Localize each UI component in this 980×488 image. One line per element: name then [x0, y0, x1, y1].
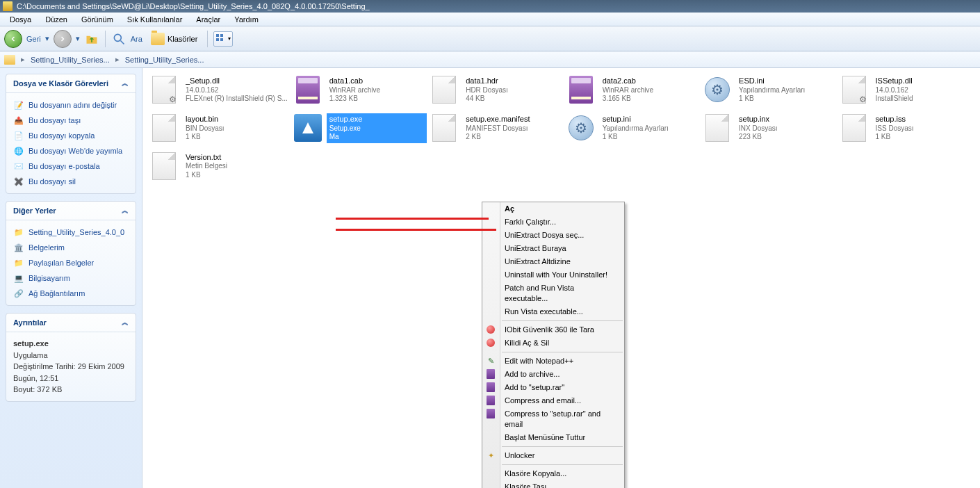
up-button[interactable]: [84, 31, 99, 47]
place-computer[interactable]: 💻Bilgisayarım: [13, 270, 129, 286]
file-item[interactable]: ESD.iniYapılandırma Ayarları1 KB: [701, 74, 838, 106]
panel-title: Ayrıntılar: [13, 318, 47, 327]
chevron-down-icon: ▾: [228, 35, 231, 42]
place-network[interactable]: 🔗Ağ Bağlantılarım: [13, 286, 129, 301]
file-item[interactable]: setup.exeSetup.exeMa: [292, 112, 428, 145]
panel-header[interactable]: Dosya ve Klasör Görevleri ︽: [6, 74, 136, 93]
file-item[interactable]: setup.inxINX Dosyası223 KB: [701, 112, 838, 145]
context-menu-item[interactable]: Run Vista executable...: [482, 305, 624, 318]
menu-item[interactable]: Düzen: [38, 14, 74, 25]
forward-button[interactable]: [54, 30, 72, 48]
menu-item[interactable]: Dosya: [3, 14, 38, 25]
place-folder[interactable]: 📁Setting_Utility_Series_4.0_0: [13, 225, 129, 240]
toolbar: Geri ▾ ▾ Ara Klasörler ▾: [0, 26, 980, 51]
menu-item[interactable]: Sık Kullanılanlar: [120, 14, 190, 25]
file-item[interactable]: setup.exe.manifestMANIFEST Dosyası2 KB: [428, 112, 564, 145]
file-icon: [149, 113, 179, 143]
breadcrumb[interactable]: Setting_Utility_Series...: [125, 56, 204, 64]
context-menu-item[interactable]: UniExtract Altdizine: [482, 255, 624, 268]
panel-header[interactable]: Ayrıntılar ︽: [6, 314, 136, 332]
documents-icon: 🏛️: [13, 242, 24, 253]
breadcrumb[interactable]: Setting_Utility_Series...: [31, 56, 110, 64]
context-menu-item[interactable]: UniExtract Dosya seç...: [482, 229, 624, 242]
forward-dropdown[interactable]: ▾: [76, 34, 80, 43]
file-list[interactable]: _Setup.dll14.0.0.162FLEXnet (R) InstallS…: [142, 68, 980, 488]
menu-item[interactable]: Yardım: [227, 14, 266, 25]
place-documents[interactable]: 🏛️Belgelerim: [13, 240, 129, 255]
file-item[interactable]: layout.binBIN Dosyası1 KB: [148, 112, 292, 145]
archive-icon: [566, 75, 596, 104]
file-icon: [840, 75, 869, 104]
file-item[interactable]: setup.issISS Dosyası1 KB: [838, 112, 974, 145]
chevron-up-icon: ︽: [122, 318, 129, 327]
svg-rect-2: [216, 34, 219, 37]
task-copy[interactable]: 📄Bu dosyayı kopyala: [13, 128, 129, 143]
annotation-line: [336, 218, 489, 220]
context-menu-item[interactable]: Compress to "setup.rar" and email: [482, 407, 624, 431]
context-menu-item[interactable]: Patch and Run Vista executable...: [482, 282, 624, 305]
panel-header[interactable]: Diğer Yerler ︽: [6, 202, 136, 220]
context-menu-item[interactable]: Add to "setup.rar": [482, 381, 624, 394]
file-item[interactable]: setup.iniYapılandırma Ayarları1 KB: [565, 112, 701, 145]
views-button[interactable]: ▾: [213, 31, 233, 47]
file-name: setup.exe.manifest: [466, 115, 560, 124]
archive-icon: [293, 75, 322, 104]
file-type: ISS Dosyası: [876, 124, 970, 133]
context-menu-item[interactable]: Klasöre Taşı...: [482, 480, 624, 488]
menu-item-label: Add to archive...: [505, 370, 560, 378]
search-button[interactable]: [111, 31, 126, 47]
place-shared[interactable]: 📁Paylaşılan Belgeler: [13, 255, 129, 270]
file-name: data1.cab: [329, 76, 424, 86]
file-item[interactable]: ISSetup.dll14.0.0.162InstallShield: [838, 74, 974, 106]
file-item[interactable]: data2.cabWinRAR archive3.165 KB: [565, 74, 701, 106]
context-menu-item[interactable]: ✦Unlocker: [482, 449, 624, 462]
back-dropdown[interactable]: ▾: [45, 34, 49, 43]
file-type: BIN Dosyası: [186, 124, 288, 133]
search-icon: [112, 32, 126, 46]
folders-button[interactable]: Klasörler: [147, 31, 202, 47]
views-icon: [215, 33, 227, 44]
file-tasks-panel: Dosya ve Klasör Görevleri ︽ 📝Bu dosyanın…: [6, 74, 136, 194]
menu-item[interactable]: Araçlar: [189, 14, 227, 25]
panel-body: 📁Setting_Utility_Series_4.0_0 🏛️Belgeler…: [6, 220, 136, 305]
file-item[interactable]: data1.cabWinRAR archive1.323 KB: [292, 74, 428, 106]
web-icon: 🌐: [13, 145, 24, 156]
file-item[interactable]: _Setup.dll14.0.0.162FLEXnet (R) InstallS…: [148, 74, 292, 106]
context-menu-item[interactable]: Farklı Çalıştır...: [482, 215, 624, 229]
task-delete[interactable]: ✖️Bu dosyayı sil: [13, 174, 129, 189]
details-type: Uygulama: [13, 350, 129, 361]
computer-icon: 💻: [13, 273, 24, 284]
task-publish[interactable]: 🌐Bu dosyayı Web'de yayımla: [13, 143, 129, 158]
archive-icon: [485, 395, 496, 406]
file-icon: [430, 75, 459, 104]
file-item[interactable]: Version.txtMetin Belgesi1 KB: [148, 150, 292, 183]
file-name: layout.bin: [186, 115, 288, 124]
back-button[interactable]: [4, 30, 22, 48]
menu-separator: [502, 464, 623, 465]
context-menu-item[interactable]: Klasöre Kopyala...: [482, 467, 624, 480]
menu-item-label: Klasöre Taşı...: [505, 482, 553, 488]
context-menu-item[interactable]: Add to archive...: [482, 368, 624, 381]
file-name: ISSetup.dll: [876, 76, 970, 86]
task-move[interactable]: 📤Bu dosyayı taşı: [13, 113, 129, 128]
context-menu-item[interactable]: IObit Güvenlik 360 ile Tara: [482, 323, 624, 336]
context-menu-item[interactable]: UniExtract Buraya: [482, 242, 624, 255]
archive-icon: [485, 368, 496, 380]
context-menu-item[interactable]: Kilidi Aç & Sil: [482, 336, 624, 350]
context-menu-item[interactable]: Başlat Menüsüne Tuttur: [482, 431, 624, 444]
menu-item-label: Compress and email...: [505, 396, 581, 405]
task-rename[interactable]: 📝Bu dosyanın adını değiştir: [13, 97, 129, 113]
file-size: 1 KB: [186, 133, 288, 142]
menu-item[interactable]: Görünüm: [74, 14, 120, 25]
chevron-up-icon: ︽: [122, 206, 129, 215]
task-email[interactable]: ✉️Bu dosyayı e-postala: [13, 158, 129, 174]
chevron-right-icon: ▸: [115, 55, 120, 64]
context-menu-item[interactable]: Uninstall with Your Uninstaller!: [482, 268, 624, 282]
context-menu-item[interactable]: ✎Edit with Notepad++: [482, 355, 624, 368]
menu-item-label: Farklı Çalıştır...: [505, 218, 556, 226]
context-menu-item[interactable]: Compress and email...: [482, 394, 624, 407]
file-name: data1.hdr: [466, 76, 560, 86]
context-menu-item[interactable]: Aç: [482, 202, 624, 215]
folder-icon: [4, 55, 15, 65]
file-item[interactable]: data1.hdrHDR Dosyası44 KB: [428, 74, 564, 106]
